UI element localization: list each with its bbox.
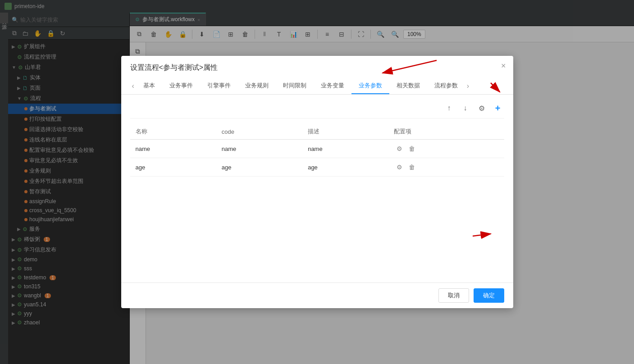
dialog-close-btn[interactable]: × xyxy=(501,61,506,71)
col-config: 配置项 xyxy=(388,124,504,140)
dialog: 设置流程<参与者测试>属性 × ‹ 基本 业务事件 引擎事件 业务规则 时间限制… xyxy=(121,56,513,308)
row1-actions: ⚙ 🗑 xyxy=(388,158,504,177)
row0-code: name xyxy=(216,140,302,158)
row0-settings-btn[interactable]: ⚙ xyxy=(394,143,405,154)
dialog-tab-flow-param[interactable]: 流程参数 xyxy=(427,78,465,94)
dialog-tab-biz-var[interactable]: 业务变量 xyxy=(314,78,351,94)
dialog-body: ↑ ↓ ⚙ + 名称 code 描述 配置项 name xyxy=(121,95,513,282)
row0-actions: ⚙ 🗑 xyxy=(388,140,504,158)
param-up-btn[interactable]: ↑ xyxy=(443,102,456,114)
dialog-overlay: 设置流程<参与者测试>属性 × ‹ 基本 业务事件 引擎事件 业务规则 时间限制… xyxy=(0,0,634,364)
tab-nav-right[interactable]: › xyxy=(465,82,471,90)
param-table: 名称 code 描述 配置项 name name name ⚙ 🗑 xyxy=(130,124,504,177)
param-settings-btn[interactable]: ⚙ xyxy=(475,102,488,114)
dialog-tab-trigger-event[interactable]: 引擎事件 xyxy=(200,78,238,94)
dialog-tab-basic[interactable]: 基本 xyxy=(136,78,162,94)
dialog-tab-biz-rule[interactable]: 业务规则 xyxy=(238,78,276,94)
param-toolbar: ↑ ↓ ⚙ + xyxy=(130,102,504,118)
row0-delete-btn[interactable]: 🗑 xyxy=(406,143,417,154)
dialog-tab-biz-event[interactable]: 业务事件 xyxy=(162,78,200,94)
table-row[interactable]: name name name ⚙ 🗑 xyxy=(130,140,504,158)
row1-delete-btn[interactable]: 🗑 xyxy=(406,162,417,173)
table-row[interactable]: age age age ⚙ 🗑 xyxy=(130,158,504,177)
dialog-tab-time-limit[interactable]: 时间限制 xyxy=(276,78,314,94)
dialog-tab-biz-param[interactable]: 业务参数 xyxy=(351,78,389,94)
cancel-button[interactable]: 取消 xyxy=(438,288,469,303)
row0-desc: name xyxy=(302,140,388,158)
dialog-header: 设置流程<参与者测试>属性 × ‹ 基本 业务事件 引擎事件 业务规则 时间限制… xyxy=(121,56,513,95)
dialog-title: 设置流程<参与者测试>属性 xyxy=(130,63,504,73)
param-down-btn[interactable]: ↓ xyxy=(459,102,472,114)
confirm-button[interactable]: 确定 xyxy=(474,288,504,303)
row1-code: age xyxy=(216,158,302,177)
row1-desc: age xyxy=(302,158,388,177)
param-add-btn[interactable]: + xyxy=(492,102,504,114)
tab-nav-left[interactable]: ‹ xyxy=(130,82,136,90)
dialog-tab-related-data[interactable]: 相关数据 xyxy=(389,78,427,94)
row0-name: name xyxy=(130,140,216,158)
dialog-tabs: ‹ 基本 业务事件 引擎事件 业务规则 时间限制 业务变量 业务参数 相关数据 … xyxy=(130,78,504,94)
col-code: code xyxy=(216,124,302,140)
row1-settings-btn[interactable]: ⚙ xyxy=(394,162,405,173)
col-desc: 描述 xyxy=(302,124,388,140)
col-name: 名称 xyxy=(130,124,216,140)
dialog-footer: 取消 确定 xyxy=(121,282,513,308)
row1-name: age xyxy=(130,158,216,177)
